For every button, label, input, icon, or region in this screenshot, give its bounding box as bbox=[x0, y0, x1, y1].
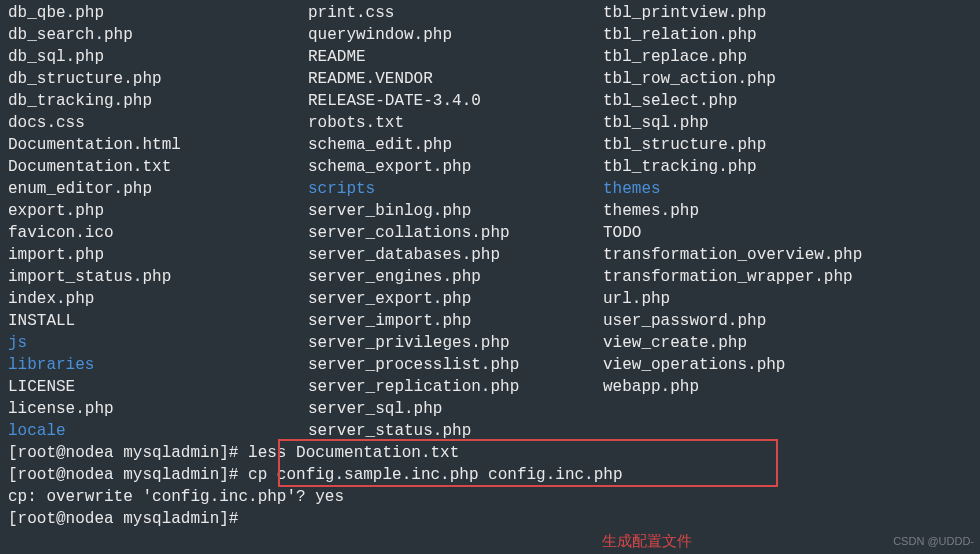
dir-entry: js bbox=[8, 332, 308, 354]
file-entry: view_create.php bbox=[603, 332, 972, 354]
file-entry: db_sql.php bbox=[8, 46, 308, 68]
file-entry: LICENSE bbox=[8, 376, 308, 398]
file-entry: transformation_wrapper.php bbox=[603, 266, 972, 288]
dir-entry: scripts bbox=[308, 178, 603, 200]
file-entry: import.php bbox=[8, 244, 308, 266]
file-entry: themes.php bbox=[603, 200, 972, 222]
file-entry: server_databases.php bbox=[308, 244, 603, 266]
file-entry: db_search.php bbox=[8, 24, 308, 46]
file-entry: server_export.php bbox=[308, 288, 603, 310]
file-entry: webapp.php bbox=[603, 376, 972, 398]
file-entry: index.php bbox=[8, 288, 308, 310]
file-entry: db_structure.php bbox=[8, 68, 308, 90]
file-entry: docs.css bbox=[8, 112, 308, 134]
file-entry: tbl_select.php bbox=[603, 90, 972, 112]
file-entry: server_processlist.php bbox=[308, 354, 603, 376]
file-entry: favicon.ico bbox=[8, 222, 308, 244]
file-entry: import_status.php bbox=[8, 266, 308, 288]
file-entry: TODO bbox=[603, 222, 972, 244]
file-entry: schema_edit.php bbox=[308, 134, 603, 156]
dir-entry: themes bbox=[603, 178, 972, 200]
file-entry: tbl_relation.php bbox=[603, 24, 972, 46]
file-entry: tbl_row_action.php bbox=[603, 68, 972, 90]
annotation-label: 生成配置文件 bbox=[602, 530, 692, 552]
file-entry: robots.txt bbox=[308, 112, 603, 134]
dir-entry: locale bbox=[8, 420, 308, 442]
shell-command: less Documentation.txt bbox=[248, 444, 459, 462]
prompt-line-4[interactable]: [root@nodea mysqladmin]# bbox=[8, 508, 972, 530]
file-entry: enum_editor.php bbox=[8, 178, 308, 200]
file-entry: db_tracking.php bbox=[8, 90, 308, 112]
prompt-line-2[interactable]: [root@nodea mysqladmin]# cp config.sampl… bbox=[8, 464, 972, 486]
file-entry: export.php bbox=[8, 200, 308, 222]
file-entry: server_status.php bbox=[308, 420, 603, 442]
file-entry: tbl_replace.php bbox=[603, 46, 972, 68]
file-entry: INSTALL bbox=[8, 310, 308, 332]
shell-prompt: [root@nodea mysqladmin]# bbox=[8, 444, 248, 462]
prompt-line-1[interactable]: [root@nodea mysqladmin]# less Documentat… bbox=[8, 442, 972, 464]
file-entry: url.php bbox=[603, 288, 972, 310]
file-entry: server_import.php bbox=[308, 310, 603, 332]
file-entry: Documentation.txt bbox=[8, 156, 308, 178]
listing-col-2: print.cssquerywindow.phpREADMEREADME.VEN… bbox=[308, 2, 603, 442]
file-listing: db_qbe.phpdb_search.phpdb_sql.phpdb_stru… bbox=[8, 2, 972, 442]
shell-command: cp config.sample.inc.php config.inc.php bbox=[248, 466, 622, 484]
file-entry: view_operations.php bbox=[603, 354, 972, 376]
file-entry: user_password.php bbox=[603, 310, 972, 332]
file-entry: Documentation.html bbox=[8, 134, 308, 156]
file-entry: print.css bbox=[308, 2, 603, 24]
shell-prompt: [root@nodea mysqladmin]# bbox=[8, 466, 248, 484]
file-entry: transformation_overview.php bbox=[603, 244, 972, 266]
listing-col-1: db_qbe.phpdb_search.phpdb_sql.phpdb_stru… bbox=[8, 2, 308, 442]
listing-col-3: tbl_printview.phptbl_relation.phptbl_rep… bbox=[603, 2, 972, 442]
dir-entry: libraries bbox=[8, 354, 308, 376]
file-entry: tbl_printview.php bbox=[603, 2, 972, 24]
file-entry: tbl_sql.php bbox=[603, 112, 972, 134]
file-entry: README.VENDOR bbox=[308, 68, 603, 90]
file-entry: server_engines.php bbox=[308, 266, 603, 288]
file-entry: server_binlog.php bbox=[308, 200, 603, 222]
file-entry: querywindow.php bbox=[308, 24, 603, 46]
watermark: CSDN @UDDD- bbox=[893, 530, 974, 552]
file-entry: tbl_structure.php bbox=[603, 134, 972, 156]
file-entry: RELEASE-DATE-3.4.0 bbox=[308, 90, 603, 112]
prompt-line-3[interactable]: cp: overwrite 'config.inc.php'? yes bbox=[8, 486, 972, 508]
file-entry: server_replication.php bbox=[308, 376, 603, 398]
file-entry: schema_export.php bbox=[308, 156, 603, 178]
file-entry: db_qbe.php bbox=[8, 2, 308, 24]
file-entry: README bbox=[308, 46, 603, 68]
shell-output: cp: overwrite 'config.inc.php'? yes bbox=[8, 488, 344, 506]
file-entry: server_sql.php bbox=[308, 398, 603, 420]
shell-prompt: [root@nodea mysqladmin]# bbox=[8, 510, 248, 528]
file-entry: tbl_tracking.php bbox=[603, 156, 972, 178]
file-entry: license.php bbox=[8, 398, 308, 420]
file-entry: server_collations.php bbox=[308, 222, 603, 244]
file-entry: server_privileges.php bbox=[308, 332, 603, 354]
